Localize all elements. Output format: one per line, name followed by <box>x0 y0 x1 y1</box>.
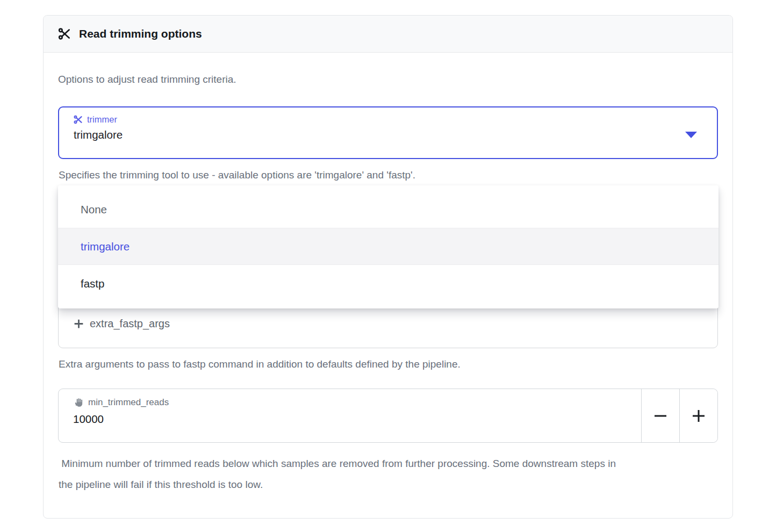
card-header: Read trimming options <box>44 16 732 53</box>
min-trimmed-reads-value: 10000 <box>73 413 641 426</box>
plus-icon <box>73 318 84 329</box>
trimmer-field-value: trimgalore <box>74 128 717 141</box>
scissors-icon <box>74 115 83 124</box>
read-trimming-card: Read trimming options Options to adjust … <box>43 15 733 519</box>
min-trimmed-reads-stepper: min_trimmed_reads 10000 <box>58 389 718 443</box>
read-trimming-page: Read trimming options Options to adjust … <box>0 0 776 532</box>
section-description: Options to adjust read trimming criteria… <box>58 74 236 85</box>
hand-icon <box>73 397 84 408</box>
trimmer-label-row: trimmer <box>74 114 717 125</box>
extra-fastp-args-label: extra_fastp_args <box>90 318 170 330</box>
min-trimmed-reads-input[interactable]: min_trimmed_reads 10000 <box>59 389 641 442</box>
decrement-button[interactable] <box>641 389 679 442</box>
trimmer-help-text: Specifies the trimming tool to use - ava… <box>59 169 415 181</box>
trimmer-field-label: trimmer <box>87 114 117 125</box>
minus-icon <box>653 408 668 423</box>
scissors-icon <box>58 27 71 40</box>
dropdown-option-none[interactable]: None <box>58 191 718 228</box>
plus-icon <box>691 408 706 423</box>
extra-fastp-args-help-text: Extra arguments to pass to fastp command… <box>59 358 461 370</box>
min-trimmed-reads-label: min_trimmed_reads <box>88 397 169 408</box>
dropdown-option-fastp[interactable]: fastp <box>58 265 718 302</box>
caret-down-icon <box>685 132 697 138</box>
page-title: Read trimming options <box>79 27 202 40</box>
min-trimmed-reads-label-row: min_trimmed_reads <box>73 397 641 408</box>
min-trimmed-reads-help-text: Minimum number of trimmed reads below wh… <box>59 453 617 495</box>
dropdown-option-trimgalore[interactable]: trimgalore <box>58 228 718 265</box>
increment-button[interactable] <box>679 389 717 442</box>
trimmer-dropdown-menu: None trimgalore fastp <box>58 185 718 308</box>
trimmer-select[interactable]: trimmer trimgalore <box>58 106 718 159</box>
